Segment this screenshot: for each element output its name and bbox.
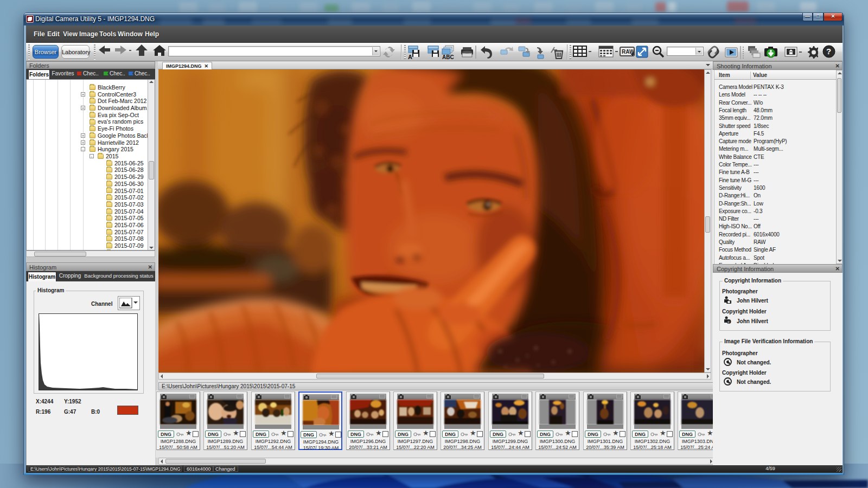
svg-text:c: c [727, 320, 730, 324]
svg-text:?: ? [826, 47, 831, 56]
svg-text:A: A [408, 54, 412, 60]
svg-text:ABC: ABC [442, 54, 454, 60]
